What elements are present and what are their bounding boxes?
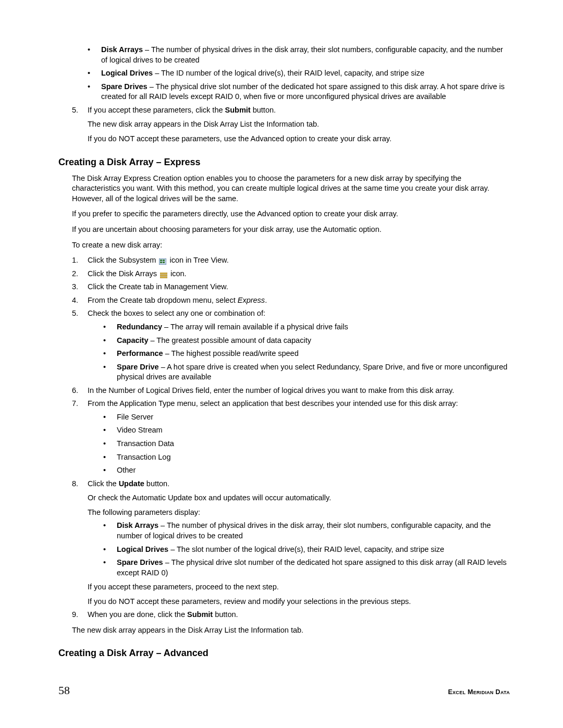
disk-arrays-icon xyxy=(160,271,167,277)
list-item: Capacity – The greatest possible amount … xyxy=(103,336,510,346)
text: From the Application Type menu, select a… xyxy=(88,399,458,408)
text: Or check the Automatic Update box and up… xyxy=(88,493,510,503)
page-footer: 58 Excel Meridian Data xyxy=(58,683,510,698)
text: – A hot spare drive is created when you … xyxy=(117,363,507,381)
list-item: Video Stream xyxy=(103,425,510,436)
label: Logical Drives xyxy=(117,545,168,553)
text: The new disk array appears in the Disk A… xyxy=(88,119,510,130)
text: . xyxy=(265,296,267,304)
step-3: 3. Click the Create tab in Management Vi… xyxy=(72,282,510,292)
submit-label: Submit xyxy=(225,106,251,114)
text: icon in Tree View. xyxy=(167,256,228,264)
paragraph: The Disk Array Express Creation option e… xyxy=(72,174,510,204)
text: button. xyxy=(251,106,276,114)
list-item: Transaction Data xyxy=(103,439,510,449)
label: Disk Arrays xyxy=(117,521,158,529)
subsystem-icon xyxy=(159,257,166,264)
step-7: 7. From the Application Type menu, selec… xyxy=(72,399,510,475)
text: If you do NOT accept these parameters, u… xyxy=(88,134,510,144)
text: Click the xyxy=(88,479,119,488)
label: Redundancy xyxy=(117,323,162,331)
text: If you accept these parameters, click th… xyxy=(88,106,225,114)
text: If you accept these parameters, proceed … xyxy=(88,582,510,593)
paragraph: To create a new disk array: xyxy=(72,240,510,251)
paragraph: If you prefer to specific the parameters… xyxy=(72,209,510,219)
step-number: 3. xyxy=(72,282,78,292)
text: Check the boxes to select any one or com… xyxy=(88,309,265,317)
step-2: 2. Click the Disk Arrays icon. xyxy=(72,269,510,279)
text: Click the Subsystem xyxy=(88,256,158,264)
step-8: 8. Click the Update button. Or check the… xyxy=(72,479,510,607)
text: From the Create tab dropdown menu, selec… xyxy=(88,296,238,304)
text: If you do NOT accept these parameters, r… xyxy=(88,597,510,607)
label: Capacity xyxy=(117,336,148,344)
page-number: 58 xyxy=(58,683,70,698)
submit-label: Submit xyxy=(187,610,213,619)
text: – The number of physical drives in the d… xyxy=(117,521,491,540)
label: Spare Drives xyxy=(117,558,163,566)
step-number: 8. xyxy=(72,479,78,489)
text: The following parameters display: xyxy=(88,508,510,518)
list-item: Spare Drives – The physical drive slot n… xyxy=(103,558,510,578)
list-item: Disk Arrays – The number of physical dri… xyxy=(103,521,510,541)
brand-name: Excel Meridian Data xyxy=(448,688,510,697)
step-number: 5. xyxy=(72,105,78,116)
step-number: 4. xyxy=(72,295,78,306)
svg-rect-7 xyxy=(160,277,167,278)
list-item: Transaction Log xyxy=(103,452,510,463)
list-item: Disk Arrays – The number of physical dri… xyxy=(88,45,510,65)
list-item: Spare Drive – A hot spare drive is creat… xyxy=(103,362,510,382)
list-item: Logical Drives – The ID number of the lo… xyxy=(88,68,510,79)
step-6: 6. In the Number of Logical Drives field… xyxy=(72,386,510,396)
label: Performance xyxy=(117,349,163,357)
svg-rect-6 xyxy=(160,275,167,276)
list-item: Spare Drives – The physical drive slot n… xyxy=(88,82,510,102)
top-continuation: Disk Arrays – The number of physical dri… xyxy=(58,45,510,144)
step-number: 7. xyxy=(72,399,78,409)
text: – The array will remain available if a p… xyxy=(162,323,348,331)
text: – The greatest possible amount of data c… xyxy=(148,336,311,344)
text: Click the Disk Arrays xyxy=(88,269,159,278)
label: Spare Drive xyxy=(117,363,159,371)
express-steps: 1. Click the Subsystem icon in Tree View… xyxy=(72,255,510,620)
list-item: Other xyxy=(103,465,510,476)
list-item: File Server xyxy=(103,412,510,423)
text: – The ID number of the logical drive(s),… xyxy=(153,69,424,77)
list-item: Performance – The highest possible read/… xyxy=(103,349,510,359)
update-label: Update xyxy=(119,479,144,488)
text: – The physical drive slot number of the … xyxy=(101,82,505,101)
text: – The number of physical drives in the d… xyxy=(101,45,503,64)
heading-express: Creating a Disk Array – Express xyxy=(58,156,510,168)
step-5: 5. If you accept these parameters, click… xyxy=(72,105,510,144)
text: Click the Create tab in Management View. xyxy=(88,282,228,291)
step-4: 4. From the Create tab dropdown menu, se… xyxy=(72,295,510,306)
express-italic: Express xyxy=(238,296,265,304)
step-1: 1. Click the Subsystem icon in Tree View… xyxy=(72,255,510,266)
label: Spare Drives xyxy=(101,82,148,91)
step-number: 9. xyxy=(72,610,78,620)
svg-rect-2 xyxy=(163,260,165,261)
text: – The highest possible read/write speed xyxy=(163,349,299,357)
text: When you are done, click the xyxy=(88,610,187,619)
step-number: 6. xyxy=(72,386,78,396)
text: In the Number of Logical Drives field, e… xyxy=(88,386,454,394)
svg-rect-3 xyxy=(160,262,162,263)
step-number: 1. xyxy=(72,255,78,266)
svg-rect-4 xyxy=(163,262,165,263)
paragraph: The new disk array appears in the Disk A… xyxy=(72,625,510,636)
step-number: 2. xyxy=(72,269,78,279)
svg-rect-5 xyxy=(160,273,167,274)
text: button. xyxy=(144,479,169,488)
label: Disk Arrays xyxy=(101,45,143,54)
text: – The physical drive slot number of the … xyxy=(117,558,507,577)
heading-advanced: Creating a Disk Array – Advanced xyxy=(58,647,510,659)
text: – The slot number of the logical drive(s… xyxy=(168,545,444,553)
label: Logical Drives xyxy=(101,69,153,77)
list-item: Logical Drives – The slot number of the … xyxy=(103,545,510,555)
text: button. xyxy=(213,610,238,619)
step-5: 5. Check the boxes to select any one or … xyxy=(72,309,510,382)
text: icon. xyxy=(168,269,187,278)
list-item: Redundancy – The array will remain avail… xyxy=(103,322,510,332)
paragraph: If you are uncertain about choosing para… xyxy=(72,225,510,235)
step-number: 5. xyxy=(72,309,78,319)
